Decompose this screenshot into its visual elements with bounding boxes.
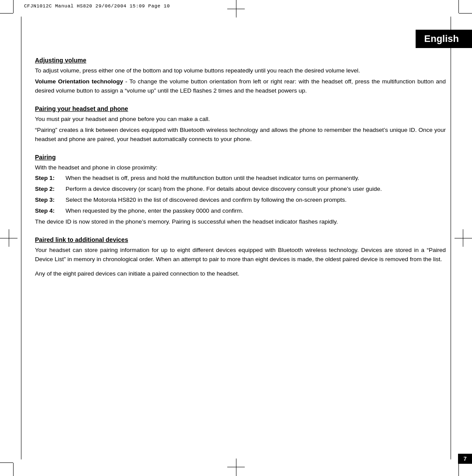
adjusting-volume-body2: Volume Orientation technology - To chang… — [35, 77, 446, 96]
step-1: Step 1: When the headset is off, press a… — [35, 174, 446, 183]
section-paired-link: Paired link to additional devices Your h… — [35, 236, 446, 279]
pairing-headset-body1: You must pair your headset and phone bef… — [35, 115, 446, 124]
english-label: English — [424, 33, 459, 44]
page-number: 7 — [458, 454, 472, 464]
step-4: Step 4: When requested by the phone, ent… — [35, 207, 446, 216]
step-4-label: Step 4: — [35, 207, 66, 216]
left-border — [21, 17, 21, 459]
step-3: Step 3: Select the Motorola HS820 in the… — [35, 196, 446, 205]
crop-mark-bl-v — [13, 463, 14, 476]
paired-link-body1: Your headset can store pairing informati… — [35, 246, 446, 264]
step-3-text: Select the Motorola HS820 in the list of… — [66, 196, 446, 205]
volume-orientation-label: Volume Orientation technology — [35, 78, 123, 85]
section-title-pairing: Pairing — [35, 154, 446, 161]
english-tab: English — [416, 30, 472, 48]
pairing-steps-list: Step 1: When the headset is off, press a… — [35, 174, 446, 216]
adjusting-volume-body1: To adjust volume, press either one of th… — [35, 66, 446, 76]
main-content: Adjusting volume To adjust volume, press… — [35, 57, 446, 441]
section-title-paired-link: Paired link to additional devices — [35, 236, 446, 243]
crop-mark-bl-h — [0, 462, 13, 463]
step-3-label: Step 3: — [35, 196, 66, 205]
pairing-headset-body2: “Pairing” creates a link between devices… — [35, 126, 446, 144]
crop-mark-tl-v — [13, 0, 14, 13]
paired-link-body2: Any of the eight paired devices can init… — [35, 269, 446, 279]
crop-mark-br-v — [458, 463, 459, 476]
page-header: CFJN1012C Manual HS820 29/06/2004 15:09 … — [24, 3, 170, 9]
pairing-intro: With the headset and phone in close prox… — [35, 163, 446, 172]
section-title-pairing-headset: Pairing your headset and phone — [35, 105, 446, 112]
section-title-adjusting-volume: Adjusting volume — [35, 57, 446, 64]
step-2: Step 2: Perform a device discovery (or s… — [35, 185, 446, 194]
crop-mark-tl-h — [0, 13, 13, 14]
section-adjusting-volume: Adjusting volume To adjust volume, press… — [35, 57, 446, 96]
crop-mark-tr-h — [459, 13, 472, 14]
step-2-label: Step 2: — [35, 185, 66, 194]
right-border — [451, 17, 451, 459]
step-1-text: When the headset is off, press and hold … — [66, 174, 446, 183]
adjusting-volume-text1: To adjust volume, press either one of th… — [35, 67, 360, 74]
section-pairing: Pairing With the headset and phone in cl… — [35, 154, 446, 227]
section-pairing-headset: Pairing your headset and phone You must … — [35, 105, 446, 144]
step-4-text: When requested by the phone, enter the p… — [66, 207, 446, 216]
pairing-body-after: The device ID is now stored in the phone… — [35, 217, 446, 227]
crop-mark-tr-v — [458, 0, 459, 13]
step-2-text: Perform a device discovery (or scan) fro… — [66, 185, 446, 194]
step-1-label: Step 1: — [35, 174, 66, 183]
